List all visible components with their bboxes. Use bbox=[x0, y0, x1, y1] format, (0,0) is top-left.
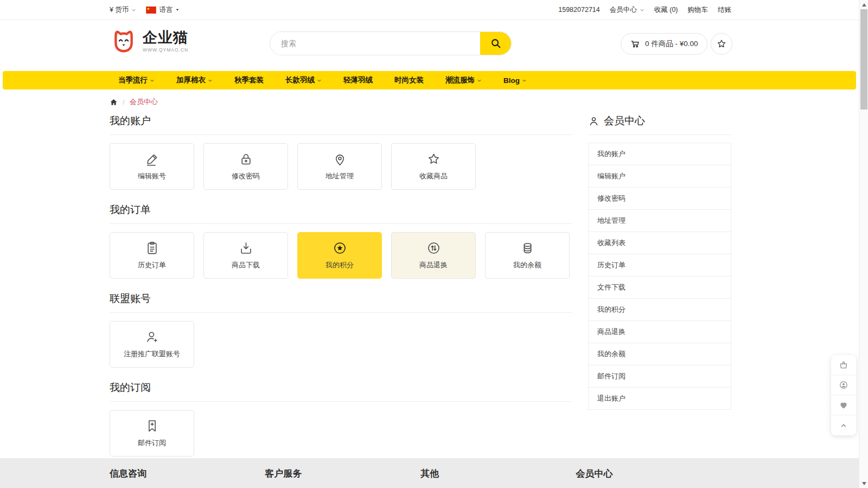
topbar: ¥ 货币 语言 15982072714 会员中心 收藏 (0) bbox=[0, 0, 859, 20]
floating-back-to-top-button[interactable] bbox=[831, 415, 856, 435]
floating-account-button[interactable] bbox=[831, 375, 856, 395]
nav-item-fashion-women[interactable]: 时尚女装 bbox=[394, 75, 424, 85]
chevron-down-icon bbox=[150, 78, 155, 83]
sidebar-item-my-balance[interactable]: 我的余额 bbox=[588, 343, 731, 365]
cart-icon bbox=[630, 38, 641, 49]
card-register-affiliate[interactable]: 注册推广联盟账号 bbox=[110, 321, 194, 368]
sidebar-item-address-management[interactable]: 地址管理 bbox=[588, 209, 731, 232]
heart-icon bbox=[839, 400, 848, 410]
card-returns-exchanges[interactable]: 商品退换 bbox=[391, 232, 476, 279]
nav-item-light-down[interactable]: 轻薄羽绒 bbox=[343, 75, 373, 85]
sidebar-item-my-points[interactable]: 我的积分 bbox=[588, 298, 731, 321]
my-orders-cards: 历史订单 商品下载 我的积分 商品退换 我的余额 bbox=[110, 232, 572, 279]
search-button[interactable] bbox=[480, 32, 511, 55]
my-account-cards: 编辑账号 修改密码 地址管理 收藏商品 bbox=[110, 143, 572, 190]
lock-icon bbox=[239, 152, 253, 166]
search-bar bbox=[270, 31, 512, 55]
chevron-down-icon bbox=[477, 78, 482, 83]
user-circle-icon bbox=[839, 380, 848, 390]
chevron-down-icon bbox=[317, 78, 322, 83]
language-label: 语言 bbox=[159, 5, 173, 15]
sidebar-title: 会员中心 bbox=[604, 114, 645, 128]
sidebar-item-edit-account[interactable]: 编辑账户 bbox=[588, 165, 731, 188]
card-edit-account[interactable]: 编辑账号 bbox=[110, 143, 194, 190]
sidebar-item-order-history[interactable]: 历史订单 bbox=[588, 254, 731, 277]
logo-subtitle: WWW.QYMAO.CN bbox=[143, 47, 188, 53]
scrollbar-down-arrow[interactable] bbox=[859, 479, 868, 488]
breadcrumb-current[interactable]: 会员中心 bbox=[130, 97, 158, 107]
footer: 信息咨询 客户服务 其他 会员中心 bbox=[0, 458, 859, 488]
logo[interactable]: 企业猫 WWW.QYMAO.CN bbox=[110, 29, 188, 54]
browser-scrollbar[interactable] bbox=[859, 0, 868, 488]
section-title-subscriptions: 我的订阅 bbox=[110, 381, 572, 402]
subscription-cards: 邮件订阅 bbox=[110, 410, 572, 457]
nav-item-autumn-sets[interactable]: 秋季套装 bbox=[234, 75, 264, 85]
card-address-management[interactable]: 地址管理 bbox=[297, 143, 382, 190]
user-icon bbox=[588, 115, 599, 127]
footer-column-customer-service: 客户服务 bbox=[265, 467, 421, 480]
card-product-downloads[interactable]: 商品下载 bbox=[203, 232, 288, 279]
sidebar-item-email-subscription[interactable]: 邮件订阅 bbox=[588, 365, 731, 388]
sidebar-item-returns[interactable]: 商品退换 bbox=[588, 320, 731, 343]
card-change-password[interactable]: 修改密码 bbox=[203, 143, 288, 190]
home-icon[interactable] bbox=[110, 98, 118, 106]
section-title-my-orders: 我的订单 bbox=[110, 203, 572, 224]
chevron-down-icon bbox=[640, 8, 644, 12]
cart-summary-text: 0 件商品 - ¥0.00 bbox=[645, 39, 698, 49]
download-icon bbox=[239, 241, 253, 255]
edit-icon bbox=[145, 152, 159, 166]
header: 企业猫 WWW.QYMAO.CN 0 件商品 - ¥0.00 bbox=[0, 20, 859, 71]
sidebar-item-change-password[interactable]: 修改密码 bbox=[588, 187, 731, 210]
sidebar-item-file-downloads[interactable]: 文件下载 bbox=[588, 276, 731, 299]
scrollbar-up-arrow[interactable] bbox=[859, 0, 868, 9]
section-title-affiliate: 联盟账号 bbox=[110, 292, 572, 313]
card-my-points[interactable]: 我的积分 bbox=[297, 232, 382, 279]
chevron-down-icon bbox=[522, 78, 527, 83]
phone-number: 15982072714 bbox=[558, 6, 599, 14]
card-my-balance[interactable]: 我的余额 bbox=[485, 232, 570, 279]
cart-summary-button[interactable]: 0 件商品 - ¥0.00 bbox=[621, 33, 707, 55]
map-pin-icon bbox=[333, 152, 347, 166]
basket-icon bbox=[839, 360, 848, 370]
star-icon bbox=[426, 152, 441, 166]
floating-basket-button[interactable] bbox=[831, 355, 856, 375]
caret-down-icon bbox=[175, 8, 180, 12]
chevron-up-icon bbox=[839, 421, 848, 431]
main-nav: 当季流行 加厚棉衣 秋季套装 长款羽绒 轻薄羽绒 时尚女装 潮流服饰 Blog bbox=[3, 71, 856, 89]
member-center-menu[interactable]: 会员中心 bbox=[610, 5, 644, 15]
footer-column-other: 其他 bbox=[420, 467, 576, 480]
page: ¥ 货币 语言 15982072714 会员中心 收藏 (0) bbox=[0, 0, 859, 488]
favorites-link[interactable]: 收藏 (0) bbox=[654, 5, 678, 15]
language-selector[interactable]: 语言 bbox=[146, 5, 180, 15]
cat-logo-icon bbox=[110, 29, 138, 54]
breadcrumb: / 会员中心 bbox=[110, 97, 731, 107]
section-title-my-account: 我的账户 bbox=[110, 114, 572, 135]
footer-column-member-center: 会员中心 bbox=[576, 467, 732, 480]
sidebar-item-logout[interactable]: 退出账户 bbox=[588, 387, 731, 410]
sidebar-item-favorites-list[interactable]: 收藏列表 bbox=[588, 232, 731, 254]
card-favorite-products[interactable]: 收藏商品 bbox=[391, 143, 476, 190]
nav-item-padded-coats[interactable]: 加厚棉衣 bbox=[176, 75, 213, 85]
star-icon bbox=[716, 38, 727, 49]
cart-link[interactable]: 购物车 bbox=[688, 5, 709, 15]
search-icon bbox=[490, 37, 502, 49]
swap-circle-icon bbox=[426, 241, 441, 255]
floating-wishlist-button[interactable] bbox=[831, 395, 856, 415]
card-email-subscription[interactable]: 邮件订阅 bbox=[110, 410, 194, 457]
nav-item-long-down[interactable]: 长款羽绒 bbox=[285, 75, 322, 85]
card-order-history[interactable]: 历史订单 bbox=[110, 232, 194, 279]
chevron-down-icon bbox=[131, 8, 136, 12]
currency-selector[interactable]: ¥ 货币 bbox=[110, 5, 136, 15]
coins-icon bbox=[520, 241, 535, 255]
checkout-link[interactable]: 结账 bbox=[718, 5, 731, 15]
scrollbar-thumb[interactable] bbox=[860, 9, 867, 110]
nav-item-trend-apparel[interactable]: 潮流服饰 bbox=[445, 75, 482, 85]
breadcrumb-separator: / bbox=[123, 98, 125, 106]
china-flag-icon bbox=[146, 7, 156, 14]
nav-item-seasonal[interactable]: 当季流行 bbox=[118, 75, 155, 85]
wishlist-button[interactable] bbox=[711, 33, 732, 55]
nav-item-blog[interactable]: Blog bbox=[503, 76, 527, 85]
search-input[interactable] bbox=[270, 32, 480, 55]
chevron-down-icon bbox=[208, 78, 213, 83]
sidebar-item-my-account[interactable]: 我的账户 bbox=[588, 143, 731, 165]
